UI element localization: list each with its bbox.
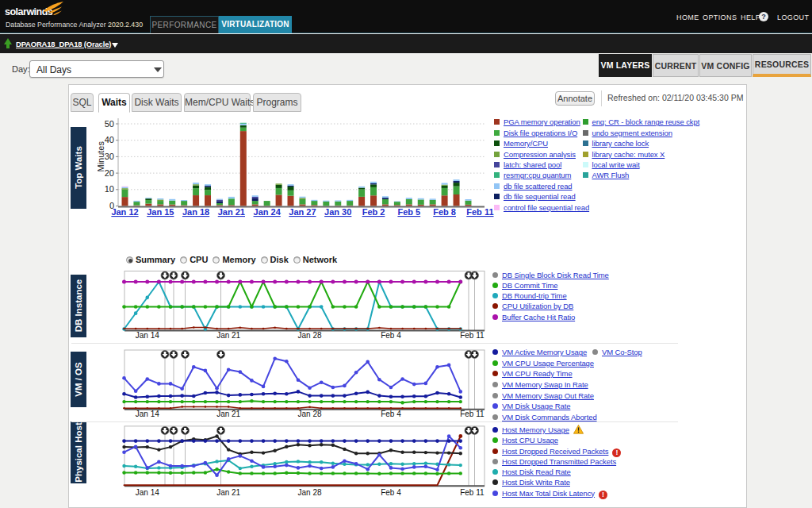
svg-text:Feb 11: Feb 11 bbox=[460, 488, 485, 497]
svg-text:Feb 2: Feb 2 bbox=[362, 207, 385, 217]
svg-text:Jan 21: Jan 21 bbox=[216, 488, 240, 497]
svg-text:Jan 14: Jan 14 bbox=[136, 488, 159, 497]
svg-text:Jan 30: Jan 30 bbox=[324, 207, 351, 217]
svg-text:Feb 4: Feb 4 bbox=[381, 331, 401, 340]
svg-text:Jan 21: Jan 21 bbox=[218, 207, 245, 217]
svg-text:Feb 11: Feb 11 bbox=[460, 410, 485, 418]
svg-text:50: 50 bbox=[105, 119, 114, 129]
svg-text:Jan 21: Jan 21 bbox=[216, 410, 240, 418]
svg-text:Jan 28: Jan 28 bbox=[298, 488, 322, 497]
svg-text:Feb 5: Feb 5 bbox=[397, 207, 420, 217]
svg-text:Jan 14: Jan 14 bbox=[136, 410, 159, 418]
svg-text:Jan 18: Jan 18 bbox=[182, 207, 209, 217]
svg-text:40: 40 bbox=[105, 135, 114, 144]
svg-text:Jan 28: Jan 28 bbox=[298, 331, 322, 340]
svg-text:Jan 24: Jan 24 bbox=[254, 207, 282, 217]
svg-text:Jan 14: Jan 14 bbox=[136, 331, 159, 340]
svg-text:Jan 21: Jan 21 bbox=[216, 331, 240, 340]
svg-text:30: 30 bbox=[105, 152, 114, 161]
svg-text:Jan 15: Jan 15 bbox=[147, 207, 174, 217]
svg-text:Feb 11: Feb 11 bbox=[460, 331, 485, 340]
svg-text:Jan 28: Jan 28 bbox=[298, 410, 322, 418]
svg-text:Feb 4: Feb 4 bbox=[381, 410, 401, 418]
svg-text:Feb 11: Feb 11 bbox=[466, 207, 493, 217]
svg-text:Jan 12: Jan 12 bbox=[111, 207, 138, 217]
svg-text:20: 20 bbox=[105, 168, 114, 178]
svg-text:Feb 8: Feb 8 bbox=[433, 207, 456, 217]
svg-text:10: 10 bbox=[105, 184, 114, 194]
svg-text:Jan 27: Jan 27 bbox=[289, 207, 316, 217]
svg-text:Feb 4: Feb 4 bbox=[381, 488, 401, 497]
